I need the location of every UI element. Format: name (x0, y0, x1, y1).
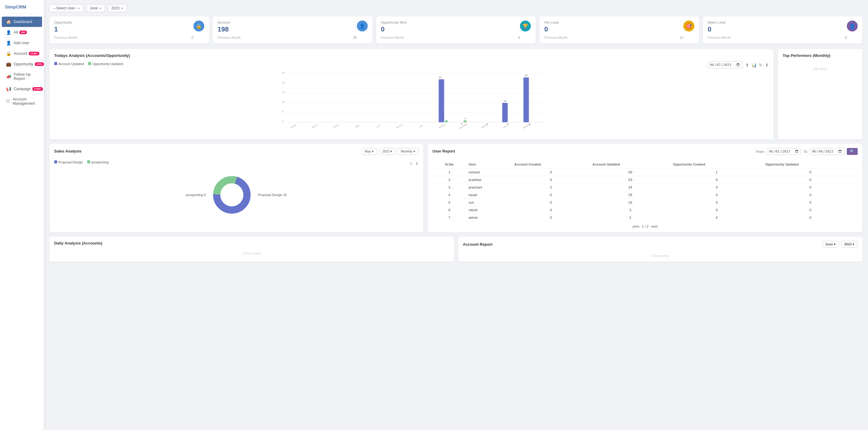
all-icon: 👤 (6, 30, 11, 35)
sidebar-item-dashboard[interactable]: 🏠 Dashboard (2, 17, 42, 27)
svg-text:1: 1 (464, 117, 466, 120)
cell-ou: 0 (763, 214, 858, 221)
sales-month-filter[interactable]: May ▾ (362, 148, 377, 155)
cell-oc: 0 (671, 199, 763, 206)
cell-user: niyad (466, 191, 512, 199)
sidebar-item-label: Opportunity (13, 62, 33, 66)
svg-text:wenso: wenso (480, 123, 488, 129)
card-title: Warm Lead (708, 21, 847, 24)
cell-oc: 0 (671, 206, 763, 214)
svg-text:nishant: nishant (438, 123, 446, 129)
next-button[interactable]: next (651, 224, 658, 228)
cell-au: 34 (590, 184, 671, 191)
account-month-filter[interactable]: June ▾ (823, 241, 839, 248)
cell-ou: 0 (763, 168, 858, 176)
table-row: 1 nishant 0 58 1 0 (433, 168, 858, 176)
card-value: 1 (54, 25, 193, 33)
cell-sr: 1 (433, 168, 466, 176)
table-row: 3 prashant 2 34 0 0 (433, 184, 858, 191)
refresh-icon[interactable]: ↻ (759, 63, 763, 67)
card-opportunity: Opportunity 1 Previous Month 0 🔒 (49, 16, 209, 43)
top-performers-panel: Top Performers (Monthly) (No data) (778, 49, 863, 140)
col-user: User (466, 160, 512, 168)
sidebar-item-add-user[interactable]: 👤 Add User (2, 38, 42, 48)
svg-text:23: 23 (525, 74, 528, 77)
svg-text:suri: suri (376, 124, 381, 128)
svg-text:0: 0 (282, 120, 284, 123)
prev-label: Previous Month (54, 36, 77, 39)
donut-chart-wrap: prospecting 6 Proposal Design 15 (54, 167, 418, 222)
col-opportunity-updated: Opportunity Updated (763, 160, 858, 168)
prev-button[interactable]: prev (632, 224, 639, 228)
sales-period-filter[interactable]: Monthly ▾ (398, 148, 418, 155)
search-button[interactable]: 🔍 (847, 148, 858, 155)
svg-rect-20 (445, 120, 448, 122)
chart-legend: Account Updated Opportunity Updated (54, 62, 123, 66)
cell-user: nishant (466, 168, 512, 176)
cell-oc: 0 (671, 184, 763, 191)
card-value: 0 (544, 25, 683, 33)
svg-text:20: 20 (282, 81, 285, 84)
to-label: To (804, 150, 807, 153)
summary-cards: Opportunity 1 Previous Month 0 🔒 Account… (49, 16, 863, 43)
user-report-table: Sr.No User Account Created Account Updat… (433, 160, 858, 221)
svg-text:Pradeep: Pradeep (522, 123, 531, 129)
cell-au: 19 (590, 199, 671, 206)
cell-user: prashant (466, 184, 512, 191)
bottom-row: Daily Analysis (Accounts) (Chart area) A… (49, 237, 863, 262)
chevron-down-icon: ▾ (100, 7, 101, 10)
cell-sr: 5 (433, 199, 466, 206)
sidebar-item-label: All (13, 30, 18, 34)
download-icon[interactable]: ⬇ (415, 161, 418, 166)
card-value: 0 (381, 25, 520, 33)
bar-chart-icon[interactable]: 📊 (751, 63, 756, 67)
col-opportunity-created: Opportunity Created (671, 160, 763, 168)
user-report-panel: User Report From To 🔍 Sr.No User Account… (428, 144, 863, 233)
user-report-filters: From To 🔍 (756, 148, 858, 155)
donut-chart-svg (211, 174, 253, 216)
sidebar-item-label: Account (13, 52, 27, 56)
dashboard-icon: 🏠 (6, 19, 11, 24)
proposal-label: Proposal Design 15 (258, 193, 287, 197)
cell-sr: 7 (433, 214, 466, 221)
daily-analysis-panel: Daily Analysis (Accounts) (Chart area) (49, 237, 454, 262)
account-report-empty: (Chart area) (463, 254, 858, 257)
account-year-filter[interactable]: 2023 ▾ (841, 241, 858, 248)
cell-au: 2 (590, 214, 671, 221)
from-date-input[interactable] (766, 148, 801, 155)
cell-user: pradeep (466, 176, 512, 184)
account-badge: 21987 (29, 52, 39, 55)
opportunity-icon: 💼 (6, 62, 11, 67)
svg-text:10: 10 (504, 99, 506, 102)
sidebar-item-all[interactable]: 👤 All 899 (2, 27, 42, 37)
sidebar-item-account-mgmt[interactable]: 🛡 Account Management (2, 94, 42, 108)
refresh-icon[interactable]: ↻ (409, 161, 413, 166)
all-badge: 899 (19, 31, 27, 34)
sidebar-item-follow-up[interactable]: 📣 Follow-Up Report (2, 70, 42, 84)
sidebar-item-campaign[interactable]: 📢 Campaign 21987 (2, 84, 42, 94)
download-icon[interactable]: ⬇ (765, 63, 769, 67)
legend-item-proposal: Proposal Design (54, 160, 83, 164)
sidebar-item-account[interactable]: 🔒 Account 21987 (2, 49, 42, 59)
svg-rect-24 (464, 120, 467, 122)
svg-rect-30 (502, 103, 508, 122)
user-report-title: User Report (433, 149, 455, 153)
chart-date-input[interactable] (708, 61, 742, 68)
bar-chart: 25 20 15 10 5 0 admin (54, 71, 769, 135)
campaign-badge: 21987 (32, 87, 43, 91)
year-filter[interactable]: 2023 ▾ (108, 4, 127, 12)
daily-analysis-empty: (Chart area) (54, 251, 449, 255)
to-date-input[interactable] (810, 148, 844, 155)
cell-ac: 2 (512, 184, 590, 191)
upload-icon[interactable]: ⬆ (745, 63, 749, 67)
cell-au: 29 (590, 191, 671, 199)
prev-value: 26 (353, 36, 356, 39)
sidebar-item-opportunity[interactable]: 💼 Opportunity 1031 (2, 59, 42, 69)
month-filter[interactable]: June ▾ (87, 4, 105, 12)
user-filter[interactable]: ---Select User- ▾ (49, 4, 84, 12)
prev-value: 0 (518, 36, 520, 39)
daily-analysis-title: Daily Analysis (Accounts) (54, 241, 449, 245)
cell-ou: 0 (763, 176, 858, 184)
sales-year-filter[interactable]: 2023 ▾ (379, 148, 396, 155)
prev-value: 11 (680, 36, 683, 39)
